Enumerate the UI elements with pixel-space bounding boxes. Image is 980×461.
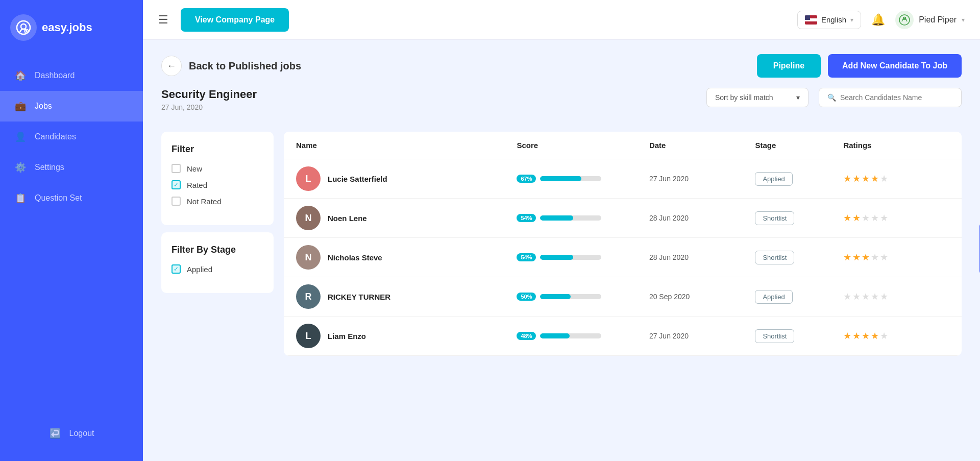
company-name: Pied Piper	[919, 15, 957, 25]
star: ★	[880, 252, 888, 263]
score-bar	[540, 176, 581, 181]
sidebar-item-candidates[interactable]: 👤 Candidates	[0, 122, 143, 152]
date-cell: 27 Jun 2020	[649, 332, 755, 340]
star: ★	[862, 330, 870, 342]
filter-option-new[interactable]: New	[172, 164, 263, 173]
star: ★	[843, 330, 851, 342]
filter-option-not-rated[interactable]: Not Rated	[172, 197, 263, 206]
view-company-button[interactable]: View Company Page	[181, 8, 289, 32]
candidate-name: Liam Enzo	[328, 332, 366, 341]
star: ★	[862, 252, 870, 263]
sidebar-item-label-candidates: Candidates	[35, 132, 76, 141]
filter-checkbox-applied[interactable]	[172, 264, 181, 274]
ratings-cell: ★★★★★	[843, 173, 949, 184]
back-button[interactable]: ←	[161, 56, 182, 76]
star: ★	[843, 212, 851, 224]
company-logo	[895, 11, 914, 29]
settings-icon: ⚙️	[14, 161, 27, 174]
add-candidate-button[interactable]: Add New Candidate To Job	[828, 54, 962, 78]
jobs-icon: 💼	[14, 100, 27, 112]
star: ★	[843, 173, 851, 184]
candidates-icon: 👤	[14, 131, 27, 143]
sidebar-item-dashboard[interactable]: 🏠 Dashboard	[0, 60, 143, 91]
score-label: 50%	[517, 293, 536, 301]
stage-cell: Applied	[755, 290, 843, 304]
filter-checkbox-rated[interactable]	[172, 180, 181, 189]
star: ★	[852, 173, 861, 184]
sidebar-item-settings[interactable]: ⚙️ Settings	[0, 152, 143, 183]
notification-icon[interactable]: 🔔	[871, 13, 885, 27]
stars: ★★★★★	[843, 252, 949, 263]
score-label: 67%	[517, 175, 536, 183]
table-row[interactable]: R RICKEY TURNER 50% 20 Sep 2020 Applied …	[284, 277, 962, 317]
candidate-name-cell: N Noen Lene	[296, 206, 517, 230]
date-cell: 20 Sep 2020	[649, 293, 755, 301]
filter-option-rated[interactable]: Rated	[172, 180, 263, 189]
table-row[interactable]: L Lucie Satterfield 67% 27 Jun 2020 Appl…	[284, 159, 962, 199]
stage-badge: Shortlist	[755, 211, 794, 225]
main-content: ☰ View Company Page English ▾ 🔔 Pied Pip…	[143, 0, 980, 461]
job-header: Security Engineer 27 Jun, 2020	[161, 88, 257, 111]
pipeline-button[interactable]: Pipeline	[757, 54, 821, 78]
candidates-table: Name Score Date Stage Ratings L Lucie Sa…	[284, 132, 962, 356]
candidate-name: Lucie Satterfield	[328, 175, 387, 183]
score-bar-container	[540, 333, 601, 338]
table-header: Name Score Date Stage Ratings	[284, 132, 962, 159]
menu-icon[interactable]: ☰	[158, 13, 168, 27]
search-input[interactable]	[840, 93, 953, 102]
candidate-name: Nicholas Steve	[328, 253, 382, 262]
sidebar-item-label-settings: Settings	[35, 163, 64, 172]
stage-badge: Shortlist	[755, 251, 794, 264]
filter-by-stage-card: Filter By Stage Applied	[161, 232, 274, 293]
star: ★	[852, 212, 861, 224]
ratings-cell: ★★★★★	[843, 252, 949, 263]
back-title: Back to Published jobs	[189, 60, 301, 72]
star: ★	[852, 291, 861, 302]
date-cell: 27 Jun 2020	[649, 175, 755, 183]
star: ★	[871, 173, 879, 184]
ratings-cell: ★★★★★	[843, 330, 949, 342]
table-row[interactable]: N Noen Lene 54% 28 Jun 2020 Shortlist ★★…	[284, 199, 962, 238]
score-label: 48%	[517, 332, 536, 340]
ratings-cell: ★★★★★	[843, 291, 949, 302]
star: ★	[871, 330, 879, 342]
avatar: L	[296, 324, 321, 348]
back-right: Pipeline Add New Candidate To Job	[757, 54, 962, 78]
th-stage: Stage	[755, 141, 843, 150]
filter-checkbox-not-rated[interactable]	[172, 197, 181, 206]
score-bar	[540, 333, 570, 338]
filter-label-new: New	[187, 164, 202, 173]
star: ★	[871, 252, 879, 263]
back-left: ← Back to Published jobs	[161, 56, 301, 76]
stars: ★★★★★	[843, 212, 949, 224]
content-area: ← Back to Published jobs Pipeline Add Ne…	[143, 40, 980, 461]
job-title: Security Engineer	[161, 88, 257, 101]
stage-badge: Applied	[755, 290, 792, 304]
filter-option-applied[interactable]: Applied	[172, 264, 263, 274]
candidate-name: RICKEY TURNER	[328, 293, 390, 301]
company-selector[interactable]: Pied Piper ▾	[895, 11, 965, 29]
avatar: N	[296, 206, 321, 230]
candidate-name-cell: R RICKEY TURNER	[296, 284, 517, 309]
star: ★	[880, 330, 888, 342]
sort-select[interactable]: Sort by skill match ▾	[706, 88, 808, 107]
topbar: ☰ View Company Page English ▾ 🔔 Pied Pip…	[143, 0, 980, 40]
sidebar-item-question-set[interactable]: 📋 Question Set	[0, 183, 143, 213]
score-bar-container	[540, 176, 601, 181]
candidate-name-cell: L Liam Enzo	[296, 324, 517, 348]
candidate-name: Noen Lene	[328, 214, 367, 223]
table-row[interactable]: N Nicholas Steve 54% 28 Jun 2020 Shortli…	[284, 238, 962, 277]
filter-checkbox-new[interactable]	[172, 164, 181, 173]
language-label: English	[821, 15, 846, 24]
language-selector[interactable]: English ▾	[797, 11, 861, 29]
th-ratings: Ratings	[843, 141, 949, 150]
sidebar-item-jobs[interactable]: 💼 Jobs	[0, 91, 143, 122]
score-cell: 54%	[517, 214, 649, 222]
sidebar-item-label-question-set: Question Set	[35, 193, 82, 203]
filter-label-not-rated: Not Rated	[187, 197, 222, 206]
score-bar-container	[540, 215, 601, 221]
stars: ★★★★★	[843, 330, 949, 342]
logout-button[interactable]: ↩️ Logout	[35, 418, 109, 449]
avatar: L	[296, 166, 321, 191]
table-row[interactable]: L Liam Enzo 48% 27 Jun 2020 Shortlist ★★…	[284, 317, 962, 356]
